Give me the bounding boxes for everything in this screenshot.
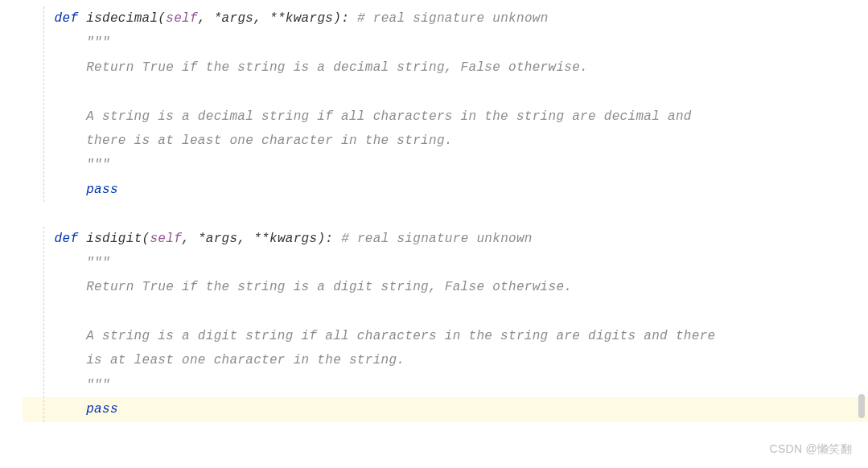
indent bbox=[23, 232, 55, 246]
docstring-line: A string is a digit string if all charac… bbox=[23, 324, 868, 348]
keyword-pass: pass bbox=[86, 402, 118, 417]
docstring-line: there is at least one character in the s… bbox=[23, 129, 868, 153]
indent bbox=[23, 183, 86, 197]
param-args: *args bbox=[198, 232, 238, 246]
docstring-blank bbox=[23, 80, 868, 104]
pass-line: pass bbox=[23, 178, 868, 202]
scrollbar-thumb[interactable] bbox=[858, 394, 865, 418]
docstring-close: """ bbox=[23, 153, 868, 177]
function-def-line: def isdecimal(self, *args, **kwargs): # … bbox=[23, 6, 868, 31]
docstring-line: Return True if the string is a digit str… bbox=[23, 275, 868, 299]
docstring-open: """ bbox=[23, 251, 868, 275]
param-self: self bbox=[166, 11, 198, 26]
docstring-line: Return True if the string is a decimal s… bbox=[23, 55, 868, 80]
docstring-blank bbox=[23, 300, 868, 324]
param-args: *args bbox=[214, 11, 254, 26]
code-block-1: def isdecimal(self, *args, **kwargs): # … bbox=[23, 6, 868, 202]
line-comment: # real signature unknown bbox=[333, 232, 533, 246]
function-name: isdigit bbox=[86, 232, 142, 246]
param-kwargs: **kwargs bbox=[253, 232, 317, 246]
param-self: self bbox=[150, 232, 182, 246]
paren-open: ( bbox=[142, 232, 150, 246]
keyword-def: def bbox=[55, 232, 79, 246]
comma: , bbox=[253, 11, 269, 26]
paren-close-colon: ): bbox=[333, 11, 349, 26]
docstring-line: A string is a decimal string if all char… bbox=[23, 105, 868, 129]
param-kwargs: **kwargs bbox=[269, 11, 333, 26]
keyword-pass: pass bbox=[86, 183, 118, 197]
comma: , bbox=[237, 232, 253, 246]
indent bbox=[23, 402, 86, 417]
paren-close-colon: ): bbox=[317, 232, 333, 246]
comma: , bbox=[182, 232, 198, 246]
pass-line-highlighted: pass bbox=[23, 397, 868, 421]
blank-line bbox=[23, 202, 868, 226]
function-def-line: def isdigit(self, *args, **kwargs): # re… bbox=[23, 227, 868, 251]
line-comment: # real signature unknown bbox=[349, 11, 549, 26]
scrollbar-track[interactable] bbox=[857, 0, 865, 429]
indent-guide bbox=[43, 6, 44, 202]
docstring-open: """ bbox=[23, 31, 868, 55]
docstring-line: is at least one character in the string. bbox=[23, 348, 868, 372]
function-name: isdecimal bbox=[86, 11, 158, 26]
keyword-def: def bbox=[55, 11, 79, 26]
indent bbox=[23, 11, 55, 26]
code-block-2: def isdigit(self, *args, **kwargs): # re… bbox=[23, 227, 868, 422]
comma: , bbox=[198, 11, 214, 26]
docstring-close: """ bbox=[23, 373, 868, 397]
indent-guide bbox=[43, 227, 44, 422]
paren-open: ( bbox=[158, 11, 166, 26]
